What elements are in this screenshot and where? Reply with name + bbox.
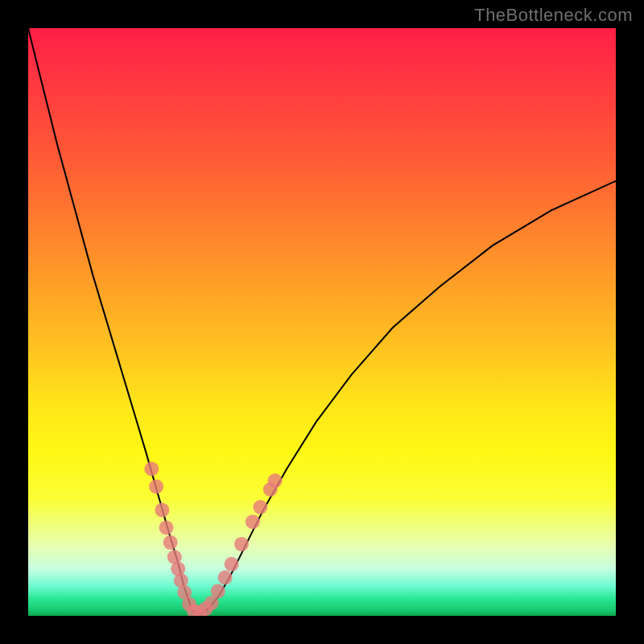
- highlight-dot: [155, 503, 169, 518]
- highlight-dot: [163, 535, 178, 550]
- watermark-text: TheBottleneck.com: [474, 5, 633, 26]
- highlight-dot: [144, 462, 159, 477]
- bottleneck-curve: [28, 28, 616, 614]
- highlight-dot: [268, 473, 283, 488]
- curve-svg: [28, 28, 616, 616]
- plot-area: [28, 28, 616, 616]
- highlight-dot: [234, 537, 249, 551]
- highlight-dot: [149, 479, 163, 493]
- chart-frame: TheBottleneck.com: [0, 0, 644, 644]
- highlight-dot: [211, 584, 225, 598]
- highlight-dots: [144, 462, 282, 617]
- highlight-dot: [246, 514, 260, 529]
- highlight-dot: [159, 521, 174, 535]
- highlight-dot: [225, 557, 239, 572]
- highlight-dot: [218, 571, 233, 585]
- highlight-dot: [253, 500, 267, 514]
